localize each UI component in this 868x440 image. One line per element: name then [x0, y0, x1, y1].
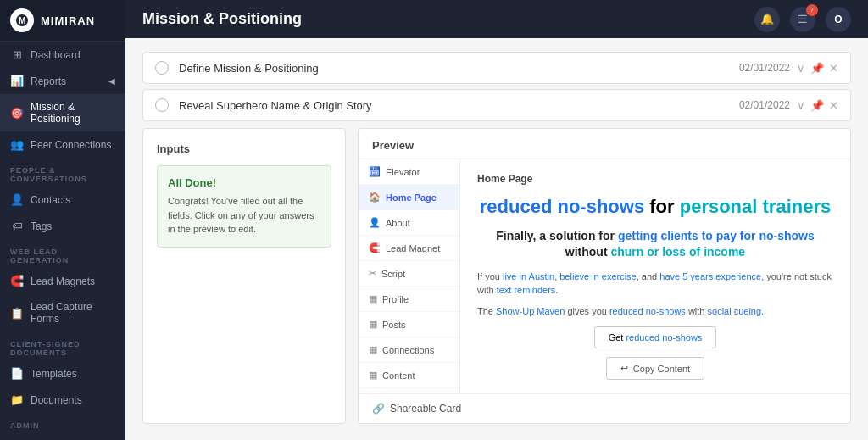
- body2-pre: The: [477, 306, 496, 316]
- task-pin-2[interactable]: 📌: [810, 99, 824, 112]
- hero-sub-blue[interactable]: getting clients to pay for no-shows: [618, 229, 815, 242]
- sidebar-item-documents[interactable]: 📁 Documents: [0, 387, 125, 413]
- body1-link2[interactable]: believe in exercise: [559, 271, 637, 281]
- hero-headline-blue[interactable]: reduced no-shows: [480, 196, 644, 217]
- task-close-2[interactable]: ✕: [829, 99, 838, 112]
- preview-nav-connections-label: Connections: [382, 345, 434, 355]
- preview-nav-posts[interactable]: ▦ Posts: [359, 312, 459, 337]
- preview-panel: Preview 🛗 Elevator 🏠 Home Page �: [358, 128, 851, 424]
- cta-button[interactable]: Get reduced no-shows: [594, 326, 717, 348]
- sidebar-item-dashboard[interactable]: ⊞ Dashboard: [0, 42, 125, 68]
- profile-icon: ▦: [369, 293, 377, 304]
- body2-link3[interactable]: social cueing: [708, 306, 762, 316]
- preview-nav-profile[interactable]: ▦ Profile: [359, 287, 459, 312]
- content-icon: ▦: [369, 370, 377, 381]
- shareable-card-icon: 🔗: [372, 403, 385, 415]
- sidebar-item-templates[interactable]: 📄 Templates: [0, 360, 125, 387]
- preview-nav: 🛗 Elevator 🏠 Home Page 👤 About 🧲: [359, 159, 460, 393]
- preview-nav-elevator[interactable]: 🛗 Elevator: [359, 159, 459, 185]
- task-label-2: Reveal Superhero Name & Origin Story: [179, 99, 739, 112]
- home-icon: 🏠: [369, 192, 381, 203]
- section-label-web: Web Lead Generation: [0, 239, 125, 268]
- hero-headline: reduced no-shows for personal trainers: [477, 195, 833, 220]
- hero-sub-teal[interactable]: churn or loss of income: [610, 245, 745, 259]
- hero-sub: Finally, a solution for getting clients …: [477, 228, 833, 261]
- user-button[interactable]: O: [826, 7, 851, 32]
- posts-icon: ▦: [369, 319, 377, 330]
- cta-link[interactable]: reduced no-shows: [626, 332, 702, 343]
- preview-nav-content[interactable]: ▦ Content: [359, 363, 459, 388]
- task-chevron-1[interactable]: ∨: [797, 62, 805, 75]
- sidebar-item-admin[interactable]: ⚙ Admin ◀: [0, 433, 125, 440]
- sidebar-item-reports-label: Reports: [31, 75, 66, 87]
- sidebar-item-lead-capture[interactable]: 📋 Lead Capture Forms: [0, 294, 125, 331]
- body2-link2[interactable]: reduced no-shows: [609, 306, 686, 316]
- inputs-panel: Inputs All Done! Congrats! You've filled…: [142, 128, 346, 424]
- hero-body2: The Show-Up Maven gives you reduced no-s…: [477, 304, 833, 319]
- body1-link4[interactable]: text reminders: [497, 285, 556, 295]
- content-area: Define Mission & Positioning 02/01/2022 …: [125, 38, 868, 440]
- inputs-title: Inputs: [157, 142, 331, 155]
- preview-nav-homepage-label: Home Page: [386, 192, 437, 203]
- menu-button[interactable]: ☰ 7: [790, 7, 815, 32]
- templates-icon: 📄: [10, 367, 24, 380]
- cta-pre: Get: [609, 332, 626, 343]
- sidebar-item-templates-label: Templates: [31, 368, 77, 380]
- sidebar-item-peer-label: Peer Connections: [31, 139, 111, 151]
- task-checkbox-1[interactable]: [155, 61, 169, 75]
- notification-button[interactable]: 🔔: [754, 7, 780, 32]
- sidebar-item-mission[interactable]: 🎯 Mission & Positioning: [0, 94, 125, 131]
- task-date-2: 02/01/2022: [739, 99, 790, 111]
- contacts-icon: 👤: [10, 193, 24, 206]
- task-close-1[interactable]: ✕: [829, 62, 838, 75]
- body1-link1[interactable]: live in Austin: [503, 271, 554, 281]
- connections-icon: ▦: [369, 344, 377, 355]
- sidebar-item-tags[interactable]: 🏷 Tags: [0, 213, 125, 239]
- lead-capture-icon: 📋: [10, 307, 24, 320]
- preview-nav-homepage[interactable]: 🏠 Home Page: [359, 185, 459, 210]
- dashboard-icon: ⊞: [10, 48, 24, 61]
- preview-nav-lead-magnet[interactable]: 🧲 Lead Magnet: [359, 236, 459, 261]
- sidebar-item-mission-label: Mission & Positioning: [31, 101, 115, 125]
- sidebar-item-peer-connections[interactable]: 👥 Peer Connections: [0, 131, 125, 158]
- task-row-2: Reveal Superhero Name & Origin Story 02/…: [142, 89, 851, 121]
- task-actions-2: ∨ 📌 ✕: [797, 99, 838, 112]
- section-label-docs: Client-Signed Documents: [0, 331, 125, 360]
- logo-icon: M: [10, 8, 34, 32]
- bell-icon: 🔔: [760, 13, 774, 25]
- body1-link3[interactable]: have 5 years experience: [659, 271, 761, 281]
- preview-nav-about-label: About: [386, 218, 410, 228]
- page-title: Mission & Positioning: [142, 10, 302, 28]
- preview-nav-about[interactable]: 👤 About: [359, 210, 459, 236]
- preview-nav-script[interactable]: ✂ Script: [359, 261, 459, 287]
- topbar: Mission & Positioning 🔔 ☰ 7 O: [125, 0, 868, 38]
- reports-arrow: ◀: [108, 76, 115, 86]
- body2-link1[interactable]: Show-Up Maven: [496, 306, 565, 316]
- sidebar-item-contacts[interactable]: 👤 Contacts: [0, 187, 125, 213]
- copy-label: Copy Content: [633, 364, 690, 374]
- shareable-card-row[interactable]: 🔗 Shareable Card: [359, 393, 850, 423]
- hero-headline-plain: for: [649, 196, 679, 217]
- sidebar-item-reports[interactable]: 📊 Reports ◀: [0, 68, 125, 94]
- task-checkbox-2[interactable]: [155, 98, 169, 112]
- sidebar-item-lead-magnets[interactable]: 🧲 Lead Magnets: [0, 268, 125, 294]
- hero-headline-teal[interactable]: personal trainers: [680, 196, 832, 217]
- elevator-icon: 🛗: [369, 166, 381, 177]
- task-actions-1: ∨ 📌 ✕: [797, 62, 838, 75]
- all-done-text: Congrats! You've filled out all the fiel…: [168, 194, 320, 237]
- mission-icon: 🎯: [10, 107, 24, 120]
- sidebar-item-contacts-label: Contacts: [31, 194, 70, 206]
- body2-mid: gives you: [565, 306, 609, 316]
- body1-mid2: , and: [637, 271, 660, 281]
- preview-title: Preview: [359, 129, 850, 159]
- task-chevron-2[interactable]: ∨: [797, 99, 805, 112]
- sidebar-item-tags-label: Tags: [31, 220, 52, 232]
- lead-magnets-icon: 🧲: [10, 275, 24, 287]
- section-label-people: People & Conversations: [0, 158, 125, 187]
- copy-button[interactable]: ↩ Copy Content: [606, 357, 704, 380]
- preview-nav-connections[interactable]: ▦ Connections: [359, 337, 459, 363]
- hero-sub-plain2: without: [565, 245, 611, 259]
- about-icon: 👤: [369, 217, 381, 228]
- preview-content: Home Page reduced no-shows for personal …: [460, 159, 850, 393]
- task-pin-1[interactable]: 📌: [810, 62, 824, 75]
